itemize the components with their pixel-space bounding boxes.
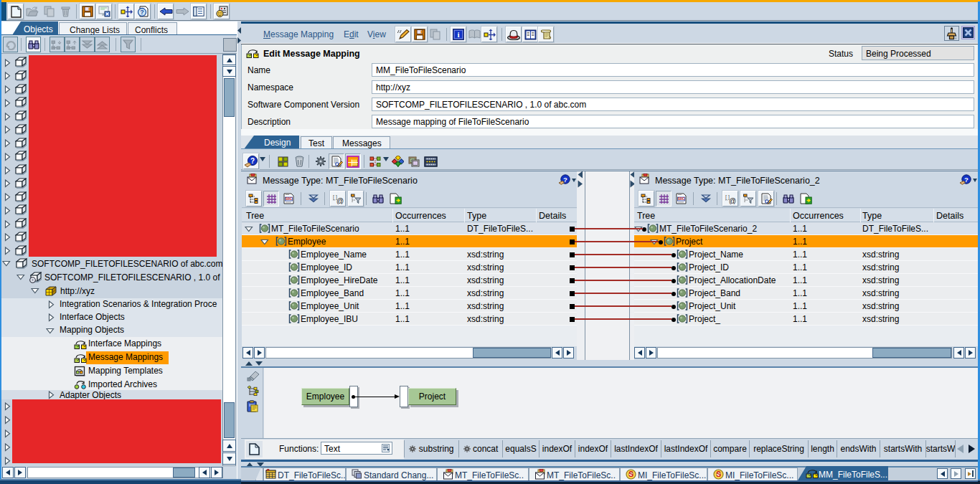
svg-text:@: @ bbox=[729, 197, 736, 204]
svg-text:S: S bbox=[716, 470, 721, 478]
svg-text:i: i bbox=[457, 30, 459, 39]
svg-text:SRC: SRC bbox=[677, 197, 684, 201]
svg-text:@: @ bbox=[336, 197, 344, 204]
svg-text:S: S bbox=[628, 470, 633, 478]
svg-text:?: ? bbox=[140, 9, 144, 16]
svg-text:SRC: SRC bbox=[285, 197, 292, 201]
